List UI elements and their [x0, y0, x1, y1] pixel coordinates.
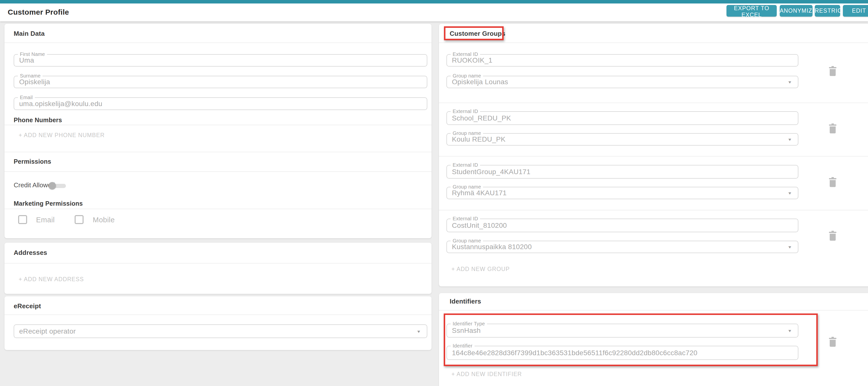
add-phone-number-button[interactable]: + ADD NEW PHONE NUMBER	[19, 132, 105, 139]
external-id-value: StudentGroup_4KAU171	[452, 168, 530, 176]
external-id-value: CostUnit_810200	[452, 221, 507, 230]
email-field[interactable]: Email uma.opiskelija@koulu.edu	[14, 97, 427, 110]
divider	[439, 310, 868, 311]
identifiers-title: Identifiers	[450, 297, 481, 305]
divider	[4, 152, 432, 152]
divider	[4, 209, 432, 209]
divider	[4, 314, 432, 315]
credit-allowed-row: Credit Allowed	[14, 181, 55, 190]
group-name-value: Kustannuspaikka 810200	[452, 243, 532, 251]
email-value: uma.opiskelija@koulu.edu	[19, 100, 102, 108]
group-name-select[interactable]: Group name Kustannuspaikka 810200 ▼	[446, 241, 798, 253]
delete-group-icon[interactable]	[828, 231, 837, 241]
chevron-down-icon: ▼	[787, 137, 792, 142]
ereceipt-operator-placeholder: eReceipt operator	[19, 327, 76, 335]
divider	[439, 210, 868, 210]
delete-group-icon[interactable]	[828, 66, 837, 76]
add-group-button[interactable]: + ADD NEW GROUP	[452, 266, 509, 273]
group-name-value: Ryhmä 4KAU171	[452, 189, 507, 197]
group-name-select[interactable]: Group name Koulu REDU_PK ▼	[446, 133, 798, 146]
group-name-select[interactable]: Group name Ryhmä 4KAU171 ▼	[446, 187, 798, 199]
phone-numbers-title: Phone Numbers	[14, 116, 62, 124]
surname-value: Opiskelija	[19, 78, 50, 86]
anonymize-button[interactable]: ANONYMIZE	[780, 5, 812, 16]
export-to-excel-button[interactable]: EXPORT TO EXCEL	[726, 5, 777, 16]
first-name-value: Uma	[19, 57, 34, 64]
identifier-type-label: Identifier Type	[451, 321, 487, 327]
external-id-field[interactable]: External ID RUOKOIK_1	[446, 54, 798, 67]
identifier-field[interactable]: Identifier 164c8e46e2828d36f7399d1bc3635…	[446, 346, 798, 360]
ereceipt-card: eReceipt eReceipt operator ▼	[4, 296, 432, 350]
page-title: Customer Profile	[8, 8, 69, 16]
delete-group-icon[interactable]	[828, 177, 837, 187]
credit-allowed-toggle[interactable]	[49, 181, 67, 191]
identifier-type-value: SsnHash	[452, 327, 481, 335]
mobile-checkbox-label: Mobile	[93, 216, 115, 224]
identifier-label: Identifier	[451, 343, 474, 349]
identifiers-card: Identifiers Identifier Type SsnHash ▼ Id…	[439, 293, 868, 386]
surname-field[interactable]: Surname Opiskelija	[14, 76, 427, 88]
external-id-value: RUOKOIK_1	[452, 57, 492, 64]
ereceipt-operator-select[interactable]: eReceipt operator ▼	[14, 324, 427, 338]
main-data-card: Main Data First Name Uma Surname Opiskel…	[4, 24, 432, 238]
top-accent-bar	[0, 0, 868, 3]
chevron-down-icon: ▼	[787, 191, 792, 195]
chevron-down-icon: ▼	[787, 328, 792, 333]
identifier-type-select[interactable]: Identifier Type SsnHash ▼	[446, 324, 798, 338]
main-data-title: Main Data	[14, 30, 45, 37]
external-id-label: External ID	[451, 216, 480, 221]
customer-groups-card: Customer Groups External ID RUOKOIK_1 Gr…	[439, 24, 868, 286]
delete-group-icon[interactable]	[828, 124, 837, 134]
group-name-value: Koulu REDU_PK	[452, 135, 506, 143]
group-name-value: Opiskelija Lounas	[452, 78, 508, 86]
external-id-label: External ID	[451, 162, 480, 168]
divider	[4, 42, 432, 43]
external-id-field[interactable]: External ID StudentGroup_4KAU171	[446, 165, 798, 179]
chevron-down-icon: ▼	[787, 80, 792, 84]
toggle-knob	[49, 182, 56, 189]
chevron-down-icon: ▼	[416, 329, 421, 334]
external-id-label: External ID	[451, 109, 480, 114]
email-checkbox-label: Email	[36, 216, 55, 224]
add-address-button[interactable]: + ADD NEW ADDRESS	[19, 276, 84, 283]
ereceipt-title: eReceipt	[14, 302, 41, 310]
email-checkbox[interactable]	[18, 215, 27, 224]
external-id-field[interactable]: External ID CostUnit_810200	[446, 219, 798, 232]
marketing-permissions-title: Marketing Permissions	[14, 200, 83, 207]
chevron-down-icon: ▼	[787, 245, 792, 249]
addresses-title: Addresses	[14, 249, 47, 256]
first-name-field[interactable]: First Name Uma	[14, 54, 427, 67]
divider	[4, 171, 432, 172]
divider	[439, 42, 868, 43]
divider	[4, 263, 432, 264]
group-name-select[interactable]: Group name Opiskelija Lounas ▼	[446, 76, 798, 88]
external-id-value: School_REDU_PK	[452, 114, 511, 122]
divider	[439, 156, 868, 156]
customer-groups-title: Customer Groups	[450, 30, 505, 37]
page-header: Customer Profile EXPORT TO EXCEL ANONYMI…	[0, 3, 868, 21]
edit-button[interactable]: EDIT	[843, 5, 868, 16]
delete-identifier-icon[interactable]	[828, 337, 837, 347]
permissions-title: Permissions	[14, 158, 51, 165]
external-id-field[interactable]: External ID School_REDU_PK	[446, 111, 798, 125]
restrict-button[interactable]: RESTRICT	[815, 5, 840, 16]
mobile-checkbox[interactable]	[74, 215, 84, 224]
divider	[439, 103, 868, 103]
divider	[4, 125, 432, 125]
identifier-value: 164c8e46e2828d36f7399d1bc363531bde56511f…	[452, 349, 698, 357]
add-identifier-button[interactable]: + ADD NEW IDENTIFIER	[452, 371, 522, 378]
addresses-card: Addresses + ADD NEW ADDRESS	[4, 243, 432, 294]
